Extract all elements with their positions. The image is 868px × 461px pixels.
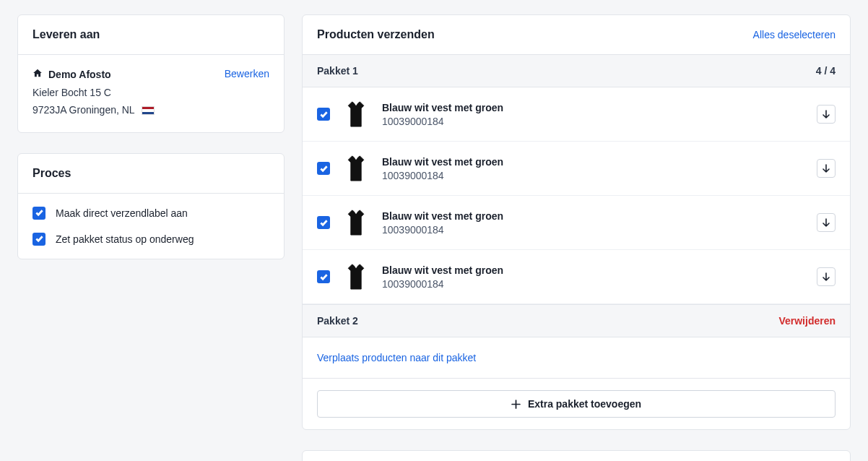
product-sku: 10039000184 xyxy=(382,116,805,127)
product-row: Blauw wit vest met groen 10039000184 xyxy=(303,87,850,142)
move-down-button[interactable] xyxy=(817,213,836,232)
checkbox[interactable] xyxy=(32,233,45,246)
product-row: Blauw wit vest met groen 10039000184 xyxy=(303,196,850,250)
product-sku: 10039000184 xyxy=(382,170,805,181)
process-body: Maak direct verzendlabel aan Zet pakket … xyxy=(18,194,284,259)
product-sku: 10039000184 xyxy=(382,224,805,236)
deliver-street: Kieler Bocht 15 C xyxy=(32,85,155,102)
truncated-card: V xyxy=(302,450,851,461)
checkbox[interactable] xyxy=(32,207,45,220)
product-image-icon xyxy=(342,206,370,239)
process-header: Proces xyxy=(18,154,284,194)
package-header-2: Pakket 2 Verwijderen xyxy=(303,304,850,337)
deliver-card: Leveren aan Demo Afosto Kieler Bocht 15 … xyxy=(17,14,285,133)
product-checkbox[interactable] xyxy=(317,108,330,121)
move-products-text[interactable]: Verplaats producten naar dit pakket xyxy=(303,337,850,379)
product-checkbox[interactable] xyxy=(317,162,330,175)
move-down-button[interactable] xyxy=(817,105,836,124)
product-name: Blauw wit vest met groen xyxy=(382,264,805,276)
product-sku: 10039000184 xyxy=(382,278,805,290)
package-header-1: Pakket 1 4 / 4 xyxy=(303,55,850,87)
package-title: Pakket 1 xyxy=(317,65,358,77)
package-count: 4 / 4 xyxy=(816,65,836,77)
product-info: Blauw wit vest met groen 10039000184 xyxy=(382,210,805,236)
move-down-button[interactable] xyxy=(817,159,836,178)
add-package-button[interactable]: Extra pakket toevoegen xyxy=(317,390,836,418)
product-info: Blauw wit vest met groen 10039000184 xyxy=(382,156,805,181)
deliver-title: Leveren aan xyxy=(32,28,100,41)
deliver-city-row: 9723JA Groningen, NL xyxy=(32,102,155,119)
shipping-title: Producten verzenden xyxy=(317,28,435,41)
product-image-icon xyxy=(342,98,370,131)
product-image-icon xyxy=(342,152,370,185)
deselect-all-link[interactable]: Alles deselecteren xyxy=(753,29,836,40)
home-icon xyxy=(32,68,43,80)
product-row: Blauw wit vest met groen 10039000184 xyxy=(303,142,850,196)
shipping-header: Producten verzenden Alles deselecteren xyxy=(303,15,850,55)
add-package-wrap: Extra pakket toevoegen xyxy=(303,379,850,429)
deliver-name-row: Demo Afosto xyxy=(32,68,155,80)
flag-nl-icon xyxy=(142,106,155,115)
plus-icon xyxy=(511,400,521,409)
edit-link[interactable]: Bewerken xyxy=(225,68,269,79)
process-label: Maak direct verzendlabel aan xyxy=(56,207,188,219)
package-title: Pakket 2 xyxy=(317,315,358,327)
process-card: Proces Maak direct verzendlabel aan Zet … xyxy=(17,153,285,259)
product-name: Blauw wit vest met groen xyxy=(382,102,805,113)
product-image-icon xyxy=(342,260,370,293)
process-label: Zet pakket status op onderweg xyxy=(56,233,194,245)
product-name: Blauw wit vest met groen xyxy=(382,210,805,222)
add-package-label: Extra pakket toevoegen xyxy=(528,398,641,410)
deliver-name-text: Demo Afosto xyxy=(48,69,111,80)
process-item: Zet pakket status op onderweg xyxy=(32,233,269,246)
delete-package-link[interactable]: Verwijderen xyxy=(778,315,836,327)
deliver-header: Leveren aan xyxy=(18,15,284,55)
product-info: Blauw wit vest met groen 10039000184 xyxy=(382,102,805,127)
shipping-card: Producten verzenden Alles deselecteren P… xyxy=(302,14,851,430)
product-info: Blauw wit vest met groen 10039000184 xyxy=(382,264,805,290)
process-item: Maak direct verzendlabel aan xyxy=(32,207,269,220)
deliver-body: Demo Afosto Kieler Bocht 15 C 9723JA Gro… xyxy=(18,55,284,132)
process-title: Proces xyxy=(32,167,71,180)
product-row: Blauw wit vest met groen 10039000184 xyxy=(303,250,850,304)
product-checkbox[interactable] xyxy=(317,270,330,283)
product-name: Blauw wit vest met groen xyxy=(382,156,805,168)
product-checkbox[interactable] xyxy=(317,216,330,229)
deliver-city: 9723JA Groningen, NL xyxy=(32,104,134,116)
move-down-button[interactable] xyxy=(817,267,836,286)
